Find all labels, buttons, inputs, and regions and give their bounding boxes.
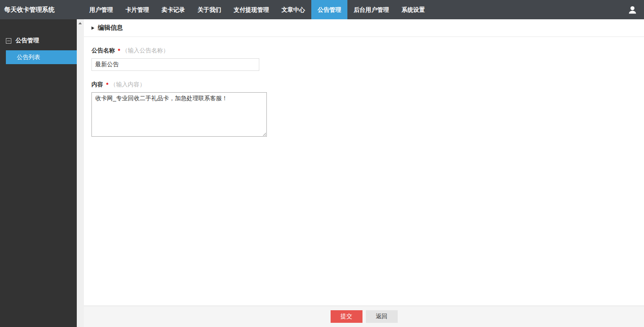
user-menu-button[interactable]	[621, 0, 644, 19]
caret-right-icon	[91, 26, 94, 30]
announcement-name-input[interactable]	[91, 58, 259, 71]
section-header: 编辑信息	[84, 19, 644, 37]
announcement-content-textarea[interactable]: 收卡网_专业回收二手礼品卡，加急处理联系客服！	[91, 92, 267, 137]
announcement-name-label-row: 公告名称 * （输入公告名称）	[91, 47, 636, 54]
sidebar-group-label: 公告管理	[16, 37, 39, 44]
announcement-content-field: 内容 * （输入内容） 收卡网_专业回收二手礼品卡，加急处理联系客服！	[91, 81, 636, 137]
nav-item-announcement-management[interactable]: 公告管理	[311, 0, 347, 19]
submit-button[interactable]: 提交	[331, 310, 362, 323]
announcement-content-hint: （输入内容）	[110, 81, 145, 88]
edit-form: 公告名称 * （输入公告名称） 内容 * （输入内容） 收卡网_专业回收二手礼品…	[84, 37, 644, 306]
announcement-name-label: 公告名称	[91, 47, 115, 54]
nav-item-system-settings[interactable]: 系统设置	[395, 0, 431, 19]
sidebar-group-announcement-management[interactable]: 公告管理	[6, 37, 77, 44]
page-title: 编辑信息	[98, 24, 123, 32]
nav-item-sell-card-records[interactable]: 卖卡记录	[155, 0, 191, 19]
nav-item-admin-user-management[interactable]: 后台用户管理	[347, 0, 395, 19]
announcement-content-label: 内容	[91, 81, 103, 88]
announcement-name-hint: （输入公告名称）	[122, 47, 169, 54]
app-title: 每天收卡管理系统	[0, 0, 83, 19]
nav-item-about-us[interactable]: 关于我们	[191, 0, 227, 19]
triangle-up-icon[interactable]	[78, 22, 82, 24]
sidebar-item-announcement-list[interactable]: 公告列表	[6, 50, 77, 64]
announcement-content-label-row: 内容 * （输入内容）	[91, 81, 636, 88]
form-footer-bar: 提交 返回	[84, 306, 644, 327]
main-content: 编辑信息 公告名称 * （输入公告名称） 内容 * （输入内容） 收卡网_专业回…	[84, 19, 644, 327]
nav-item-payment-withdrawal[interactable]: 支付提现管理	[227, 0, 275, 19]
announcement-name-field: 公告名称 * （输入公告名称）	[91, 47, 636, 71]
sidebar-item-label: 公告列表	[17, 54, 40, 60]
page-body: 公告管理 公告列表 编辑信息 公告名称 * （输入公告名称）	[0, 19, 644, 327]
main-nav: 用户管理 卡片管理 卖卡记录 关于我们 支付提现管理 文章中心 公告管理 后台用…	[83, 0, 431, 19]
sidebar-scrollbar[interactable]	[77, 19, 84, 327]
nav-item-user-management[interactable]: 用户管理	[83, 0, 119, 19]
nav-item-card-management[interactable]: 卡片管理	[119, 0, 155, 19]
nav-item-article-center[interactable]: 文章中心	[275, 0, 311, 19]
minus-square-icon	[6, 38, 11, 44]
required-asterisk: *	[106, 81, 108, 88]
back-button[interactable]: 返回	[366, 310, 398, 323]
person-icon	[628, 5, 637, 15]
topbar: 每天收卡管理系统 用户管理 卡片管理 卖卡记录 关于我们 支付提现管理 文章中心…	[0, 0, 644, 19]
required-asterisk: *	[118, 47, 120, 54]
sidebar: 公告管理 公告列表	[0, 19, 77, 327]
